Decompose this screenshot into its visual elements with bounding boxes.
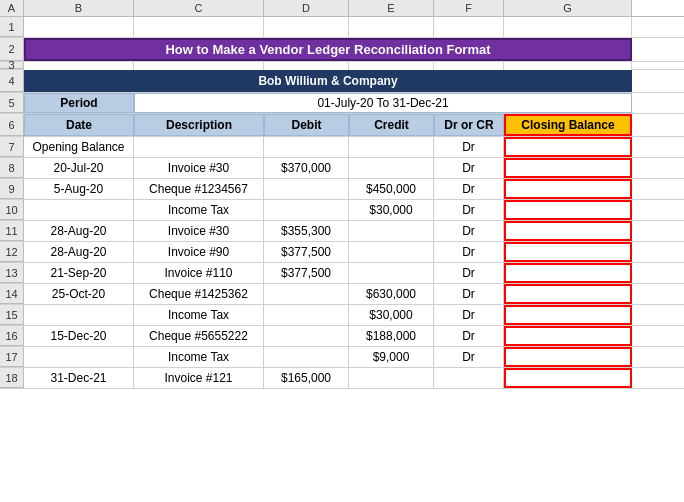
row-1: 1 [0,17,684,38]
cell-7-debit [264,137,349,157]
row-12: 12 28-Aug-20 Invoice #90 $377,500 Dr [0,242,684,263]
cell-15-drcr: Dr [434,305,504,325]
cell-18-closing [504,368,632,388]
row-10: 10 Income Tax $30,000 Dr [0,200,684,221]
period-value-cell: 01-July-20 To 31-Dec-21 [134,93,632,113]
col-header-b: B [24,0,134,16]
cell-17-closing [504,347,632,367]
cell-13-credit [349,263,434,283]
cell-7-drcr: Dr [434,137,504,157]
row-5: 5 Period 01-July-20 To 31-Dec-21 [0,93,684,114]
cell-17-desc: Income Tax [134,347,264,367]
rownum-11: 11 [0,221,24,241]
cell-11-credit [349,221,434,241]
row-18: 18 31-Dec-21 Invoice #121 $165,000 [0,368,684,389]
cell-15-closing [504,305,632,325]
spreadsheet: A B C D E F G 1 2 How to Make a Vendor L… [0,0,684,389]
cell-12-date: 28-Aug-20 [24,242,134,262]
cell-11-desc: Invoice #30 [134,221,264,241]
row-8: 8 20-Jul-20 Invoice #30 $370,000 Dr [0,158,684,179]
cell-13-closing [504,263,632,283]
header-debit: Debit [264,114,349,136]
col-header-f: F [434,0,504,16]
cell-16-credit: $188,000 [349,326,434,346]
row-11: 11 28-Aug-20 Invoice #30 $355,300 Dr [0,221,684,242]
cell-15-desc: Income Tax [134,305,264,325]
col-header-g: G [504,0,632,16]
cell-14-desc: Cheque #1425362 [134,284,264,304]
cell-14-credit: $630,000 [349,284,434,304]
row-13: 13 21-Sep-20 Invoice #110 $377,500 Dr [0,263,684,284]
cell-17-credit: $9,000 [349,347,434,367]
cell-1d [264,17,349,37]
rownum-15: 15 [0,305,24,325]
cell-1c [134,17,264,37]
cell-15-date [24,305,134,325]
cell-16-date: 15-Dec-20 [24,326,134,346]
col-header-d: D [264,0,349,16]
rownum-10: 10 [0,200,24,220]
cell-18-date: 31-Dec-21 [24,368,134,388]
col-header-a: A [0,0,24,16]
title-cell: How to Make a Vendor Ledger Reconciliati… [24,38,632,61]
header-credit: Credit [349,114,434,136]
cell-18-debit: $165,000 [264,368,349,388]
cell-9-credit: $450,000 [349,179,434,199]
header-date: Date [24,114,134,136]
rownum-2: 2 [0,38,24,61]
row-7: 7 Opening Balance Dr [0,137,684,158]
cell-15-credit: $30,000 [349,305,434,325]
row-3: 3 [0,62,684,70]
cell-1e [349,17,434,37]
rownum-5: 5 [0,93,24,113]
cell-14-closing [504,284,632,304]
cell-10-drcr: Dr [434,200,504,220]
cell-7-credit [349,137,434,157]
cell-14-debit [264,284,349,304]
row-6: 6 Date Description Debit Credit Dr or CR… [0,114,684,137]
cell-18-credit [349,368,434,388]
row-17: 17 Income Tax $9,000 Dr [0,347,684,368]
data-rows: 7 Opening Balance Dr 8 20-Jul-20 Invoice… [0,137,684,389]
cell-12-drcr: Dr [434,242,504,262]
rownum-4: 4 [0,70,24,92]
cell-8-drcr: Dr [434,158,504,178]
col-header-e: E [349,0,434,16]
cell-11-drcr: Dr [434,221,504,241]
cell-16-desc: Cheque #5655222 [134,326,264,346]
cell-9-desc: Cheque #1234567 [134,179,264,199]
cell-14-date: 25-Oct-20 [24,284,134,304]
col-header-c: C [134,0,264,16]
cell-17-drcr: Dr [434,347,504,367]
cell-13-desc: Invoice #110 [134,263,264,283]
row-16: 16 15-Dec-20 Cheque #5655222 $188,000 Dr [0,326,684,347]
cell-11-debit: $355,300 [264,221,349,241]
row-4: 4 Bob Willium & Company [0,70,684,93]
company-name-cell: Bob Willium & Company [24,70,632,92]
cell-9-date: 5-Aug-20 [24,179,134,199]
cell-10-debit [264,200,349,220]
cell-1f [434,17,504,37]
header-drcr: Dr or CR [434,114,504,136]
cell-15-debit [264,305,349,325]
cell-13-date: 21-Sep-20 [24,263,134,283]
cell-9-drcr: Dr [434,179,504,199]
cell-7-closing [504,137,632,157]
cell-8-date: 20-Jul-20 [24,158,134,178]
rownum-6: 6 [0,114,24,136]
cell-12-desc: Invoice #90 [134,242,264,262]
row-2: 2 How to Make a Vendor Ledger Reconcilia… [0,38,684,62]
row-9: 9 5-Aug-20 Cheque #1234567 $450,000 Dr [0,179,684,200]
cell-17-debit [264,347,349,367]
rownum-17: 17 [0,347,24,367]
column-headers-row: A B C D E F G [0,0,684,17]
cell-18-drcr [434,368,504,388]
cell-10-closing [504,200,632,220]
rownum-7: 7 [0,137,24,157]
cell-14-drcr: Dr [434,284,504,304]
rownum-12: 12 [0,242,24,262]
cell-18-desc: Invoice #121 [134,368,264,388]
rownum-1: 1 [0,17,24,37]
cell-7-desc [134,137,264,157]
cell-11-closing [504,221,632,241]
